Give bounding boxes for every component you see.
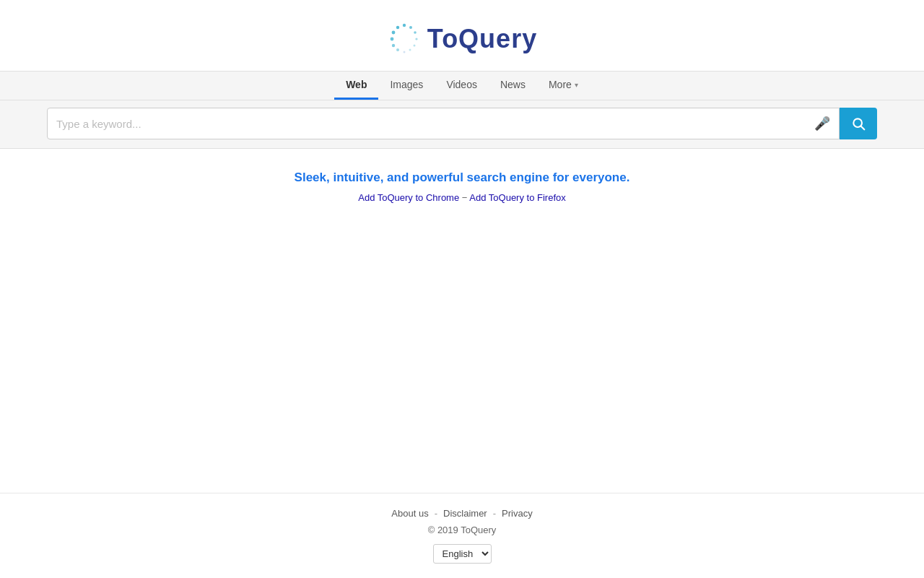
svg-point-3: [415, 38, 417, 40]
search-input[interactable]: [56, 118, 808, 130]
nav-bar: Web Images Videos News More ▾: [0, 71, 924, 100]
footer-separator-1: -: [435, 508, 437, 519]
tab-more[interactable]: More ▾: [537, 72, 590, 100]
svg-point-6: [403, 51, 405, 53]
main-content: Sleek, intuitive, and powerful search en…: [0, 149, 924, 493]
add-links-separator: −: [462, 192, 470, 203]
svg-point-7: [396, 48, 399, 51]
svg-line-13: [861, 126, 865, 130]
add-chrome-link[interactable]: Add ToQuery to Chrome: [358, 192, 459, 203]
footer-privacy-link[interactable]: Privacy: [502, 508, 533, 519]
svg-point-1: [409, 26, 412, 29]
microphone-icon[interactable]: 🎤: [814, 116, 830, 131]
svg-point-2: [414, 31, 417, 34]
add-links: Add ToQuery to Chrome − Add ToQuery to F…: [358, 192, 566, 203]
add-firefox-link[interactable]: Add ToQuery to Firefox: [469, 192, 565, 203]
search-wrapper: 🎤: [47, 108, 877, 139]
svg-point-9: [390, 38, 393, 41]
tagline: Sleek, intuitive, and powerful search en…: [295, 171, 630, 185]
search-button[interactable]: [840, 108, 877, 139]
logo-area: ToQuery: [0, 0, 924, 71]
tab-images[interactable]: Images: [378, 72, 435, 100]
footer: About us - Disclaimer - Privacy © 2019 T…: [0, 493, 924, 578]
language-selector[interactable]: English: [433, 544, 492, 564]
footer-links: About us - Disclaimer - Privacy: [0, 508, 924, 519]
svg-point-5: [409, 49, 411, 51]
logo-text: ToQuery: [427, 24, 537, 54]
logo-dots-icon: [387, 22, 422, 56]
tab-web[interactable]: Web: [334, 72, 378, 100]
tab-news[interactable]: News: [489, 72, 537, 100]
svg-point-4: [413, 45, 415, 47]
logo-container: ToQuery: [387, 22, 537, 56]
footer-disclaimer-link[interactable]: Disclaimer: [443, 508, 487, 519]
footer-separator-2: -: [493, 508, 496, 519]
svg-point-0: [403, 24, 406, 27]
footer-copyright: © 2019 ToQuery: [0, 525, 924, 535]
svg-point-10: [391, 31, 395, 35]
tab-videos[interactable]: Videos: [435, 72, 489, 100]
more-chevron-icon: ▾: [575, 81, 578, 89]
language-selector-wrapper: English: [0, 544, 924, 564]
search-icon: [851, 116, 866, 131]
svg-point-11: [396, 26, 399, 29]
nav-tabs: Web Images Videos News More ▾: [334, 72, 590, 100]
svg-point-8: [392, 44, 395, 47]
search-input-container: 🎤: [47, 108, 840, 139]
search-bar-area: 🎤: [0, 100, 924, 149]
footer-about-link[interactable]: About us: [391, 508, 428, 519]
